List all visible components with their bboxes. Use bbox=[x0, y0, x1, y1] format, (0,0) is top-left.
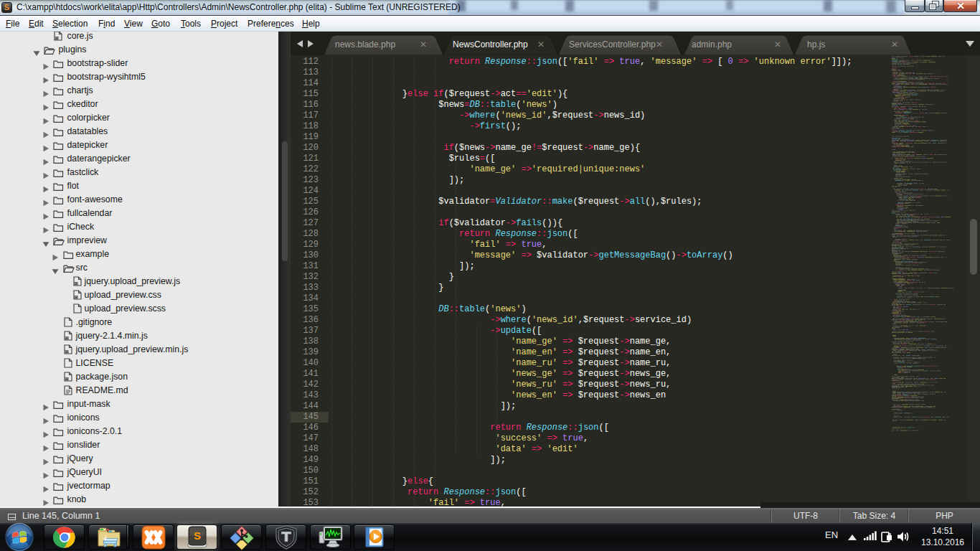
svg-text:<>: <> bbox=[74, 281, 78, 285]
svg-text:<>: <> bbox=[55, 36, 60, 39]
svg-text:<>: <> bbox=[65, 377, 69, 380]
svg-text:<>: <> bbox=[65, 336, 69, 339]
svg-text:<>: <> bbox=[74, 295, 78, 298]
svg-text:S: S bbox=[194, 529, 201, 542]
svg-text:<>: <> bbox=[65, 349, 69, 353]
